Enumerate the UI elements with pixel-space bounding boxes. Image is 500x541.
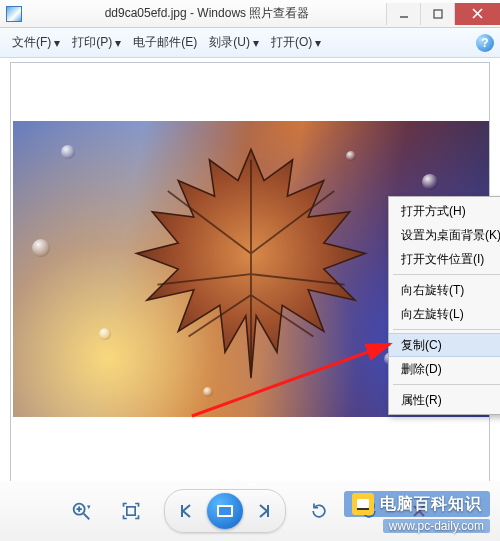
cm-rotate-right[interactable]: 向右旋转(T) <box>389 278 500 302</box>
menu-print[interactable]: 打印(P)▾ <box>66 28 127 57</box>
slideshow-button[interactable] <box>207 493 243 529</box>
svg-rect-1 <box>434 10 442 18</box>
svg-rect-25 <box>357 508 369 510</box>
menu-open[interactable]: 打开(O)▾ <box>265 28 327 57</box>
watermark-url: www.pc-daily.com <box>383 519 490 533</box>
zoom-button[interactable]: ▾ <box>64 494 98 528</box>
menu-email[interactable]: 电子邮件(E) <box>127 28 203 57</box>
menubar: 文件(F)▾ 打印(P)▾ 电子邮件(E) 刻录(U)▾ 打开(O)▾ ? <box>0 28 500 58</box>
cm-open-file-location[interactable]: 打开文件位置(I) <box>389 247 500 271</box>
titlebar: dd9ca05efd.jpg - Windows 照片查看器 <box>0 0 500 28</box>
maple-leaf <box>121 134 381 394</box>
menu-file[interactable]: 文件(F)▾ <box>6 28 66 57</box>
context-menu: 打开方式(H) 设置为桌面背景(K) 打开文件位置(I) 向右旋转(T) 向左旋… <box>388 196 500 415</box>
cm-separator <box>393 329 500 330</box>
navigation-cluster <box>164 489 286 533</box>
actual-size-button[interactable] <box>114 494 148 528</box>
rotate-ccw-button[interactable] <box>302 494 336 528</box>
cm-set-background[interactable]: 设置为桌面背景(K) <box>389 223 500 247</box>
svg-rect-24 <box>357 499 369 508</box>
raindrop <box>99 328 111 340</box>
close-button[interactable] <box>454 3 500 25</box>
watermark-text: 电脑百科知识 <box>380 494 482 515</box>
cm-delete[interactable]: 删除(D) <box>389 357 500 381</box>
help-icon[interactable]: ? <box>476 34 494 52</box>
svg-rect-20 <box>219 507 231 515</box>
window-title: dd9ca05efd.jpg - Windows 照片查看器 <box>28 5 386 22</box>
cm-separator <box>393 274 500 275</box>
chevron-down-icon: ▾ <box>115 36 121 50</box>
raindrop <box>61 145 75 159</box>
chevron-down-icon: ▾ <box>54 36 60 50</box>
raindrop <box>422 174 438 190</box>
window-controls <box>386 3 500 25</box>
chevron-down-icon: ▾ <box>253 36 259 50</box>
previous-button[interactable] <box>173 497 201 525</box>
next-button[interactable] <box>249 497 277 525</box>
svg-rect-17 <box>127 507 135 515</box>
watermark: 电脑百科知识 www.pc-daily.com <box>344 491 490 533</box>
cm-separator <box>393 384 500 385</box>
svg-text:▾: ▾ <box>87 502 91 511</box>
cm-properties[interactable]: 属性(R) <box>389 388 500 412</box>
menu-burn[interactable]: 刻录(U)▾ <box>203 28 265 57</box>
chevron-down-icon: ▾ <box>315 36 321 50</box>
maximize-button[interactable] <box>420 3 454 25</box>
cm-rotate-left[interactable]: 向左旋转(L) <box>389 302 500 326</box>
svg-line-13 <box>84 514 90 520</box>
app-icon <box>6 6 22 22</box>
minimize-button[interactable] <box>386 3 420 25</box>
cm-open-with[interactable]: 打开方式(H) <box>389 199 500 223</box>
watermark-icon <box>352 493 374 515</box>
raindrop <box>32 239 50 257</box>
cm-copy[interactable]: 复制(C) <box>389 333 500 357</box>
